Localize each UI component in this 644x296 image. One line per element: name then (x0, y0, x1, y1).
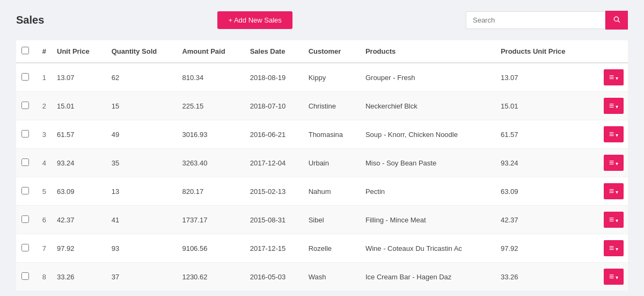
row-checkbox-cell (16, 120, 35, 149)
row-checkbox[interactable] (21, 158, 29, 166)
table-row: 5 63.09 13 820.17 2015-02-13 Nahum Pecti… (16, 177, 628, 206)
search-icon (613, 16, 620, 23)
row-action-cell (590, 177, 628, 206)
header-num: # (35, 40, 52, 63)
sales-table-container: # Unit Price Quantity Sold Amount Paid S… (16, 40, 628, 291)
svg-point-0 (614, 17, 618, 21)
row-qty-sold: 62 (106, 63, 177, 92)
row-checkbox-cell (16, 149, 35, 177)
row-checkbox-cell (16, 263, 35, 291)
row-products: Ice Cream Bar - Hagen Daz (360, 263, 495, 291)
row-products-unit-price: 15.01 (495, 92, 590, 120)
row-checkbox[interactable] (21, 272, 29, 280)
row-id: 2 (35, 92, 52, 120)
row-action-button[interactable] (604, 269, 624, 285)
row-action-cell (590, 149, 628, 177)
row-action-button[interactable] (604, 212, 624, 228)
action-bars-icon (609, 215, 614, 225)
action-chevron-icon (616, 273, 618, 281)
row-id: 1 (35, 63, 52, 92)
header-customer: Customer (303, 40, 360, 63)
row-id: 6 (35, 206, 52, 234)
header-amount-paid: Amount Paid (177, 40, 244, 63)
row-customer: Kippy (303, 63, 360, 92)
row-sales-date: 2015-02-13 (245, 177, 303, 206)
action-chevron-icon (616, 131, 618, 139)
search-input[interactable] (466, 11, 605, 29)
add-new-sales-button[interactable]: + Add New Sales (217, 11, 292, 29)
row-checkbox[interactable] (21, 102, 29, 109)
row-sales-date: 2018-08-19 (245, 63, 303, 92)
row-qty-sold: 35 (106, 149, 177, 177)
table-row: 8 33.26 37 1230.62 2016-05-03 Wash Ice C… (16, 263, 628, 291)
row-checkbox[interactable] (21, 187, 29, 194)
row-products-unit-price: 42.37 (495, 206, 590, 234)
row-amount-paid: 820.17 (177, 177, 244, 206)
table-row: 3 61.57 49 3016.93 2016-06-21 Thomasina … (16, 120, 628, 149)
row-unit-price: 42.37 (52, 206, 106, 234)
action-chevron-icon (616, 102, 618, 110)
row-action-cell (590, 234, 628, 263)
row-products: Miso - Soy Bean Paste (360, 149, 495, 177)
search-button[interactable] (605, 11, 628, 30)
row-amount-paid: 810.34 (177, 63, 244, 92)
header-products-unit-price: Products Unit Price (495, 40, 590, 63)
row-amount-paid: 3016.93 (177, 120, 244, 149)
row-unit-price: 63.09 (52, 177, 106, 206)
svg-line-1 (618, 21, 620, 23)
row-customer: Nahum (303, 177, 360, 206)
row-qty-sold: 49 (106, 120, 177, 149)
row-checkbox-cell (16, 92, 35, 120)
action-bars-icon (609, 129, 614, 139)
row-checkbox-cell (16, 234, 35, 263)
row-unit-price: 61.57 (52, 120, 106, 149)
search-area (466, 11, 628, 30)
row-customer: Rozelle (303, 234, 360, 263)
header-sales-date: Sales Date (245, 40, 303, 63)
row-sales-date: 2017-12-15 (245, 234, 303, 263)
action-bars-icon (609, 272, 614, 281)
action-chevron-icon (616, 244, 618, 252)
row-customer: Christine (303, 92, 360, 120)
row-unit-price: 33.26 (52, 263, 106, 291)
row-action-button[interactable] (604, 98, 624, 114)
row-products-unit-price: 61.57 (495, 120, 590, 149)
row-action-button[interactable] (604, 155, 624, 171)
row-customer: Thomasina (303, 120, 360, 149)
row-checkbox[interactable] (21, 244, 29, 251)
row-checkbox-cell (16, 63, 35, 92)
row-id: 7 (35, 234, 52, 263)
row-action-button[interactable] (604, 69, 624, 85)
row-qty-sold: 41 (106, 206, 177, 234)
row-products: Soup - Knorr, Chicken Noodle (360, 120, 495, 149)
row-id: 8 (35, 263, 52, 291)
row-amount-paid: 9106.56 (177, 234, 244, 263)
row-action-button[interactable] (604, 183, 624, 199)
row-checkbox-cell (16, 206, 35, 234)
row-amount-paid: 3263.40 (177, 149, 244, 177)
row-action-cell (590, 63, 628, 92)
table-row: 1 13.07 62 810.34 2018-08-19 Kippy Group… (16, 63, 628, 92)
row-sales-date: 2016-05-03 (245, 263, 303, 291)
row-products-unit-price: 63.09 (495, 177, 590, 206)
row-customer: Urbain (303, 149, 360, 177)
row-action-button[interactable] (604, 126, 624, 142)
row-action-button[interactable] (604, 240, 624, 256)
row-action-cell (590, 206, 628, 234)
action-chevron-icon (616, 187, 618, 196)
header-actions (590, 40, 628, 63)
row-checkbox[interactable] (21, 73, 29, 81)
row-id: 4 (35, 149, 52, 177)
row-checkbox[interactable] (21, 130, 29, 138)
action-chevron-icon (616, 216, 618, 224)
row-products: Pectin (360, 177, 495, 206)
row-checkbox[interactable] (21, 215, 29, 223)
row-qty-sold: 13 (106, 177, 177, 206)
row-action-cell (590, 92, 628, 120)
row-unit-price: 97.92 (52, 234, 106, 263)
row-sales-date: 2015-08-31 (245, 206, 303, 234)
select-all-checkbox[interactable] (21, 47, 29, 54)
row-amount-paid: 1230.62 (177, 263, 244, 291)
action-bars-icon (609, 101, 614, 111)
sales-table: # Unit Price Quantity Sold Amount Paid S… (16, 40, 628, 291)
